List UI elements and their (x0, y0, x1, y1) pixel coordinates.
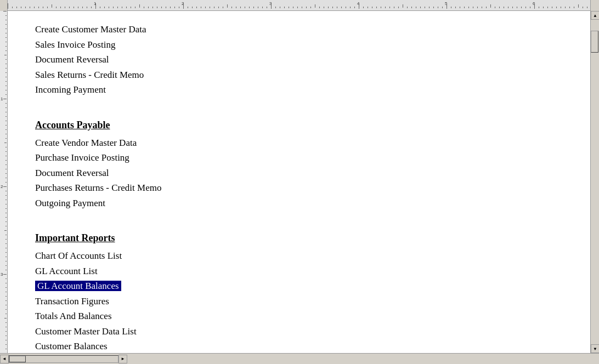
item-purchase-invoice: Purchase Invoice Posting (35, 150, 563, 166)
item-gl-account-balances: GL Account Balances (35, 278, 563, 294)
ruler-top: 123456 (0, 0, 599, 11)
ruler-corner (0, 0, 8, 11)
item-document-reversal-2: Document Reversal (35, 166, 563, 181)
item-customer-master-list: Customer Master Data List (35, 324, 563, 339)
item-outgoing-payment: Outgoing Payment (35, 196, 563, 211)
item-sales-invoice: Sales Invoice Posting (35, 37, 563, 53)
important-reports-section: Important Reports Chart Of Accounts List… (35, 232, 563, 353)
gap-1 (35, 98, 563, 106)
scroll-track[interactable] (591, 20, 599, 344)
scrollbar-right[interactable]: ▲ ▼ (590, 11, 599, 353)
intro-items: Create Customer Master Data Sales Invoic… (35, 22, 563, 98)
accounts-payable-section: Accounts Payable Create Vendor Master Da… (35, 120, 563, 211)
important-reports-heading: Important Reports (35, 232, 563, 244)
scroll-right-button[interactable]: ► (118, 355, 127, 363)
item-incoming-payment: Incoming Payment (35, 82, 563, 98)
document-content: Create Customer Master Data Sales Invoic… (8, 11, 590, 353)
bottom-controls: ◄ ► (0, 354, 127, 364)
scroll-left-button[interactable]: ◄ (0, 355, 9, 363)
document-area[interactable]: Create Customer Master Data Sales Invoic… (8, 11, 590, 353)
bottom-scroll-thumb[interactable] (9, 356, 26, 362)
accounts-payable-heading: Accounts Payable (35, 120, 563, 131)
scroll-thumb[interactable] (591, 31, 598, 53)
bottom-scroll-track[interactable] (9, 355, 118, 363)
item-sales-returns: Sales Returns - Credit Memo (35, 67, 563, 83)
item-chart-accounts: Chart Of Accounts List (35, 248, 563, 264)
scroll-up-button[interactable]: ▲ (591, 11, 599, 20)
ruler-top-right-corner (590, 0, 599, 11)
item-transaction-figures: Transaction Figures (35, 294, 563, 309)
item-document-reversal-1: Document Reversal (35, 52, 563, 67)
bottom-area: ◄ ► (0, 353, 599, 364)
main-area: 1234 Create Customer Master Data Sales I… (0, 11, 599, 353)
item-gl-account-list: GL Account List (35, 264, 563, 279)
scroll-down-button[interactable]: ▼ (591, 344, 599, 353)
item-purchases-returns: Purchases Returns - Credit Memo (35, 180, 563, 196)
item-create-vendor: Create Vendor Master Data (35, 135, 563, 151)
ruler-horizontal: 123456 (8, 0, 590, 10)
item-customer-balances: Customer Balances (35, 339, 563, 353)
gap-2 (35, 211, 563, 219)
ruler-vertical: 1234 (0, 11, 8, 353)
item-totals-balances: Totals And Balances (35, 309, 563, 324)
item-create-customer: Create Customer Master Data (35, 22, 563, 37)
